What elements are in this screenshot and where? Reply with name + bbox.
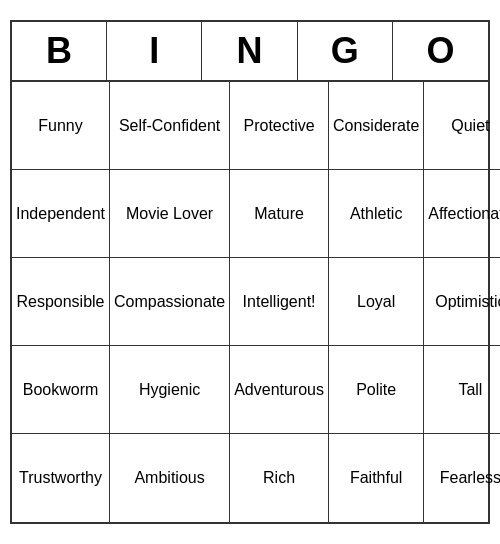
bingo-cell: Tall <box>424 346 500 434</box>
bingo-cell: Intelligent! <box>230 258 329 346</box>
bingo-cell: Protective <box>230 82 329 170</box>
cell-text: Funny <box>38 116 82 135</box>
header-letter: B <box>12 22 107 80</box>
bingo-cell: Faithful <box>329 434 424 522</box>
bingo-cell: Mature <box>230 170 329 258</box>
cell-text: Rich <box>263 468 295 487</box>
cell-text: Self-Confident <box>119 116 220 135</box>
bingo-cell: Rich <box>230 434 329 522</box>
bingo-cell: Quiet <box>424 82 500 170</box>
bingo-cell: Loyal <box>329 258 424 346</box>
bingo-cell: Optimistic <box>424 258 500 346</box>
bingo-cell: Adventurous <box>230 346 329 434</box>
cell-text: Loyal <box>357 292 395 311</box>
cell-text: Ambitious <box>134 468 204 487</box>
bingo-cell: Self-Confident <box>110 82 230 170</box>
cell-text: Tall <box>458 380 482 399</box>
bingo-cell: Polite <box>329 346 424 434</box>
cell-text: Responsible <box>16 292 104 311</box>
cell-text: Faithful <box>350 468 402 487</box>
cell-text: Independent <box>16 204 105 223</box>
bingo-cell: Considerate <box>329 82 424 170</box>
header-letter: G <box>298 22 393 80</box>
cell-text: Optimistic <box>435 292 500 311</box>
cell-text: Fearless <box>440 468 500 487</box>
bingo-cell: Hygienic <box>110 346 230 434</box>
cell-text: Movie Lover <box>126 204 213 223</box>
cell-text: Polite <box>356 380 396 399</box>
bingo-cell: Compassionate <box>110 258 230 346</box>
bingo-cell: Bookworm <box>12 346 110 434</box>
bingo-cell: Athletic <box>329 170 424 258</box>
bingo-cell: Independent <box>12 170 110 258</box>
cell-text: Mature <box>254 204 304 223</box>
bingo-cell: Movie Lover <box>110 170 230 258</box>
cell-text: Affectionate <box>428 204 500 223</box>
cell-text: Adventurous <box>234 380 324 399</box>
cell-text: Quiet <box>451 116 489 135</box>
cell-text: Hygienic <box>139 380 200 399</box>
bingo-cell: Fearless <box>424 434 500 522</box>
cell-text: Considerate <box>333 116 419 135</box>
bingo-card: BINGO FunnySelf-ConfidentProtectiveConsi… <box>10 20 490 524</box>
cell-text: Athletic <box>350 204 402 223</box>
header-letter: N <box>202 22 297 80</box>
bingo-grid: FunnySelf-ConfidentProtectiveConsiderate… <box>12 82 488 522</box>
cell-text: Trustworthy <box>19 468 102 487</box>
cell-text: Bookworm <box>23 380 99 399</box>
cell-text: Intelligent! <box>243 292 316 311</box>
bingo-cell: Funny <box>12 82 110 170</box>
bingo-cell: Ambitious <box>110 434 230 522</box>
header-letter: I <box>107 22 202 80</box>
bingo-cell: Responsible <box>12 258 110 346</box>
bingo-cell: Trustworthy <box>12 434 110 522</box>
bingo-header: BINGO <box>12 22 488 82</box>
header-letter: O <box>393 22 488 80</box>
cell-text: Compassionate <box>114 292 225 311</box>
cell-text: Protective <box>244 116 315 135</box>
bingo-cell: Affectionate <box>424 170 500 258</box>
